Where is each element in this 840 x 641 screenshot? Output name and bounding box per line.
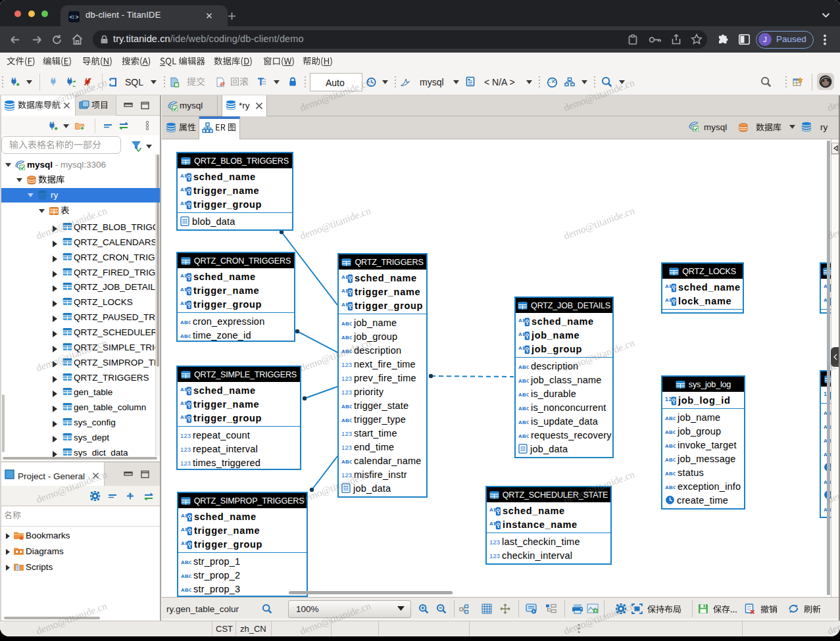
svg-text:ABC: ABC	[181, 559, 191, 565]
svg-text:123: 123	[341, 471, 352, 479]
svg-text:ABC: ABC	[180, 319, 191, 325]
svg-text:ABC: ABC	[341, 417, 352, 423]
svg-text:123: 123	[180, 460, 191, 467]
svg-text:ABC: ABC	[341, 334, 352, 340]
svg-text:ABC: ABC	[341, 403, 352, 409]
svg-text:ABC: ABC	[341, 348, 352, 354]
svg-text:ABC: ABC	[518, 433, 529, 439]
svg-text:123: 123	[180, 446, 191, 453]
svg-text:ABC: ABC	[665, 415, 676, 421]
svg-text:ABC: ABC	[181, 573, 191, 579]
svg-text:ABC: ABC	[518, 377, 529, 383]
svg-text:123: 123	[341, 444, 352, 451]
svg-text:ABC: ABC	[518, 419, 529, 425]
svg-text:123: 123	[489, 552, 500, 559]
svg-text:>: >	[76, 14, 79, 20]
svg-text:ABC: ABC	[518, 391, 529, 397]
svg-text:ABC: ABC	[665, 470, 676, 476]
svg-text:ABC: ABC	[341, 320, 352, 326]
svg-text:ABC: ABC	[665, 429, 676, 435]
svg-text:ABC: ABC	[341, 458, 352, 464]
svg-text:ABC: ABC	[181, 586, 191, 592]
svg-text:123: 123	[341, 430, 352, 437]
svg-text:ABC: ABC	[518, 364, 529, 369]
svg-text:123: 123	[341, 361, 352, 368]
svg-text:ABC: ABC	[665, 442, 676, 448]
svg-text:ABC: ABC	[665, 456, 676, 462]
svg-text:ABC: ABC	[665, 484, 676, 490]
svg-text:123: 123	[341, 375, 352, 382]
svg-text:123: 123	[489, 538, 500, 546]
svg-text:123: 123	[180, 432, 191, 439]
svg-text:ABC: ABC	[180, 333, 191, 339]
svg-text:123: 123	[341, 389, 352, 396]
svg-text:ABC: ABC	[518, 405, 529, 411]
